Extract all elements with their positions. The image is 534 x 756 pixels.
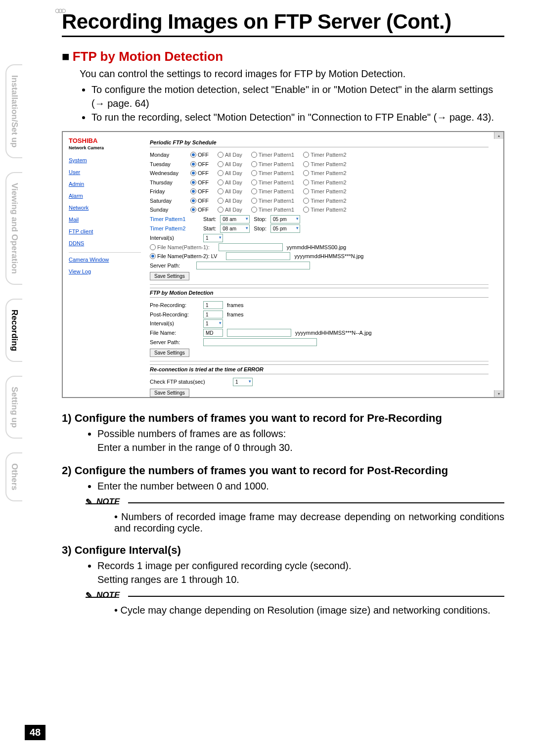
panel-schedule-title: Periodic FTP by Schedule bbox=[150, 138, 489, 147]
nav-system[interactable]: System bbox=[69, 157, 141, 163]
schedule-save-button[interactable]: Save Settings bbox=[150, 272, 189, 280]
schedule-radio-timer-pattern2[interactable]: Timer Pattern2 bbox=[303, 197, 346, 205]
schedule-interval-label: Interval(s) bbox=[150, 234, 199, 242]
schedule-radio-timer-pattern1[interactable]: Timer Pattern1 bbox=[251, 160, 294, 169]
schedule-radio-off[interactable]: OFF bbox=[190, 160, 209, 169]
schedule-radio-timer-pattern1[interactable]: Timer Pattern1 bbox=[251, 178, 294, 187]
schedule-radio-timer-pattern1[interactable]: Timer Pattern1 bbox=[251, 151, 294, 159]
note-label-1: NOTE bbox=[86, 497, 120, 507]
check-ftp-status-select[interactable]: 1 bbox=[233, 378, 253, 386]
motion-filename-suffix: yyyymmddHHMMSS***N--A.jpg bbox=[295, 329, 372, 337]
day-label: Wednesday bbox=[150, 169, 186, 178]
schedule-radio-all-day[interactable]: All Day bbox=[218, 169, 242, 178]
side-tabs: Installation/Set up Viewing and Operatio… bbox=[0, 0, 27, 756]
motion-filename-input2[interactable] bbox=[227, 329, 291, 337]
filename-pattern2-input[interactable] bbox=[226, 252, 290, 260]
motion-serverpath-input[interactable] bbox=[203, 338, 317, 346]
tab-installation[interactable]: Installation/Set up bbox=[5, 64, 22, 158]
schedule-radio-all-day[interactable]: All Day bbox=[218, 187, 242, 196]
schedule-radio-off[interactable]: OFF bbox=[190, 169, 209, 178]
schedule-radio-timer-pattern2[interactable]: Timer Pattern2 bbox=[303, 206, 346, 214]
page-number: 48 bbox=[25, 725, 45, 740]
schedule-radio-timer-pattern2[interactable]: Timer Pattern2 bbox=[303, 178, 346, 187]
schedule-radio-timer-pattern2[interactable]: Timer Pattern2 bbox=[303, 187, 346, 196]
schedule-radio-off[interactable]: OFF bbox=[190, 151, 209, 159]
pre-recording-input[interactable]: 1 bbox=[203, 301, 223, 309]
start-label: Start: bbox=[203, 215, 216, 223]
nav-ftpclient[interactable]: FTP client bbox=[69, 228, 141, 234]
nav-view-log[interactable]: View Log bbox=[69, 268, 141, 274]
title-underline bbox=[62, 36, 504, 37]
tab-setting-up[interactable]: Setting up bbox=[5, 376, 22, 439]
tab-others[interactable]: Others bbox=[5, 452, 22, 501]
nav-network[interactable]: Network bbox=[69, 205, 141, 211]
tp2-start-select[interactable]: 08 am bbox=[220, 224, 250, 233]
nav-admin[interactable]: Admin bbox=[69, 181, 141, 187]
filename-pattern1-radio[interactable]: File Name(Pattern-1): bbox=[150, 243, 210, 252]
day-label: Sunday bbox=[150, 206, 186, 214]
schedule-radio-all-day[interactable]: All Day bbox=[218, 160, 242, 169]
brand-subtitle: Network Camera bbox=[69, 145, 141, 150]
schedule-radio-all-day[interactable]: All Day bbox=[218, 206, 242, 214]
frames-label-2: frames bbox=[227, 311, 244, 319]
schedule-day-row: SundayOFFAll DayTimer Pattern1Timer Patt… bbox=[150, 205, 489, 215]
tab-viewing[interactable]: Viewing and Operation bbox=[5, 172, 22, 285]
scrollbar-down-icon[interactable]: ▾ bbox=[494, 390, 503, 397]
note-block-2: NOTE Cycle may change depending on Resol… bbox=[86, 590, 504, 616]
tp1-start-select[interactable]: 08 am bbox=[220, 215, 250, 223]
schedule-radio-all-day[interactable]: All Day bbox=[218, 151, 242, 159]
schedule-day-row: FridayOFFAll DayTimer Pattern1Timer Patt… bbox=[150, 187, 489, 196]
schedule-radio-timer-pattern1[interactable]: Timer Pattern1 bbox=[251, 197, 294, 205]
schedule-radio-timer-pattern1[interactable]: Timer Pattern1 bbox=[251, 187, 294, 196]
schedule-radio-off[interactable]: OFF bbox=[190, 187, 209, 196]
schedule-radio-timer-pattern1[interactable]: Timer Pattern1 bbox=[251, 206, 294, 214]
filename-pattern2-radio[interactable]: File Name(Pattern-2): LV bbox=[150, 252, 217, 261]
motion-filename-label: File Name: bbox=[150, 329, 199, 337]
timer-pattern2-label: Timer Pattern2 bbox=[150, 224, 199, 233]
motion-filename-input[interactable]: MD bbox=[203, 329, 223, 337]
nav-ddns[interactable]: DDNS bbox=[69, 240, 141, 246]
schedule-radio-timer-pattern1[interactable]: Timer Pattern1 bbox=[251, 169, 294, 178]
day-label: Friday bbox=[150, 187, 186, 196]
schedule-radio-timer-pattern2[interactable]: Timer Pattern2 bbox=[303, 169, 346, 178]
schedule-radio-off[interactable]: OFF bbox=[190, 178, 209, 187]
schedule-interval-select[interactable]: 1 bbox=[203, 234, 223, 242]
post-recording-input[interactable]: 1 bbox=[203, 311, 223, 318]
schedule-radio-off[interactable]: OFF bbox=[190, 206, 209, 214]
nav-mail[interactable]: Mail bbox=[69, 217, 141, 222]
nav-user[interactable]: User bbox=[69, 169, 141, 175]
step3-title: 3) Configure Interval(s) bbox=[62, 544, 504, 557]
tp2-stop-select[interactable]: 05 pm bbox=[270, 224, 300, 233]
tp1-stop-select[interactable]: 05 pm bbox=[270, 215, 300, 223]
schedule-day-row: MondayOFFAll DayTimer Pattern1Timer Patt… bbox=[150, 150, 489, 160]
motion-interval-select[interactable]: 1 bbox=[203, 319, 223, 328]
schedule-serverpath-label: Server Path: bbox=[150, 262, 192, 270]
day-label: Saturday bbox=[150, 197, 186, 205]
schedule-serverpath-input[interactable] bbox=[196, 262, 310, 269]
note1-text: Numbers of recorded image frame may decr… bbox=[114, 511, 504, 534]
step1-title: 1) Configure the numbers of frames you w… bbox=[62, 412, 504, 425]
section-intro: You can control the settings to record i… bbox=[80, 68, 504, 80]
tab-recording[interactable]: Recording bbox=[5, 299, 22, 362]
reconnect-save-button[interactable]: Save Settings bbox=[150, 389, 189, 397]
schedule-radio-timer-pattern2[interactable]: Timer Pattern2 bbox=[303, 160, 346, 169]
schedule-radio-all-day[interactable]: All Day bbox=[218, 178, 242, 187]
nav-alarm[interactable]: Alarm bbox=[69, 193, 141, 199]
bullet-1: To configure the motion detection, selec… bbox=[91, 83, 504, 110]
motion-save-button[interactable]: Save Settings bbox=[150, 349, 189, 357]
screenshot-sidebar: TOSHIBA Network Camera System User Admin… bbox=[63, 132, 147, 397]
step2-title: 2) Configure the numbers of frames you w… bbox=[62, 464, 504, 477]
pre-recording-label: Pre-Recording: bbox=[150, 301, 199, 310]
schedule-radio-all-day[interactable]: All Day bbox=[218, 197, 242, 205]
schedule-day-row: ThursdayOFFAll DayTimer Pattern1Timer Pa… bbox=[150, 178, 489, 187]
schedule-radio-timer-pattern2[interactable]: Timer Pattern2 bbox=[303, 151, 346, 159]
filename-pattern1-input[interactable] bbox=[219, 243, 283, 251]
stop-label: Stop: bbox=[254, 215, 267, 223]
page-title: Recording Images on FTP Server (Cont.) bbox=[62, 10, 504, 34]
bullet-2: To run the recording, select "Motion Det… bbox=[91, 110, 504, 124]
scrollbar-up-icon[interactable]: ▴ bbox=[494, 132, 503, 139]
schedule-radio-off[interactable]: OFF bbox=[190, 197, 209, 205]
step2-bullet: Enter the number between 0 and 1000. bbox=[97, 479, 504, 493]
nav-camera-window[interactable]: Camera Window bbox=[69, 257, 141, 263]
section-heading: FTP by Motion Detection bbox=[62, 49, 504, 64]
